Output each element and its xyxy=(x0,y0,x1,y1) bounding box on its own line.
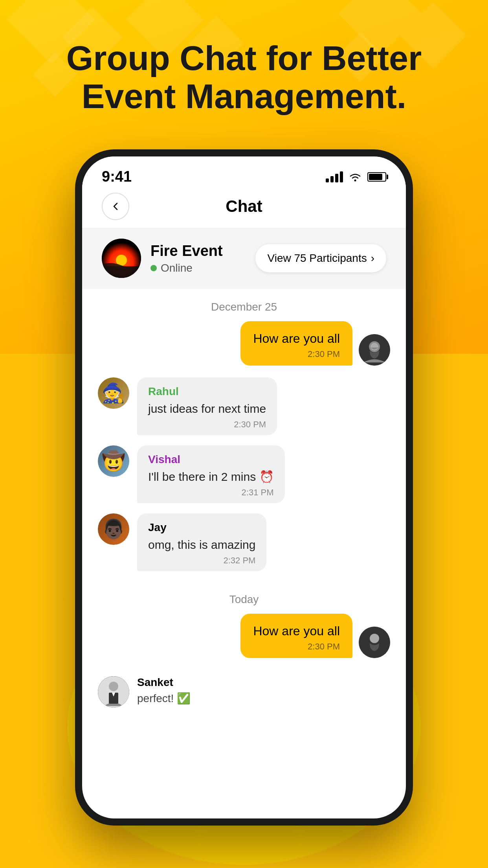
sender-name: Sanket xyxy=(137,676,191,689)
sender-name: Rahul xyxy=(148,385,266,398)
event-header: Fire Event Online View 75 Participants › xyxy=(82,228,406,289)
event-avatar xyxy=(102,239,141,278)
participants-btn-label: View 75 Participants xyxy=(267,252,367,265)
message-time: 2:30 PM xyxy=(253,349,340,359)
phone-screen: 9:41 xyxy=(82,156,406,818)
outgoing-bubble: How are you all 2:30 PM xyxy=(240,614,352,658)
outgoing-bubble: How are you all 2:30 PM xyxy=(240,321,352,366)
today-messages-area: How are you all 2:30 PM xyxy=(82,614,406,670)
partial-message-text: perfect! ✅ xyxy=(137,692,191,705)
message-time: 2:30 PM xyxy=(148,419,266,430)
jay-avatar: 👨🏿 xyxy=(98,513,129,545)
message-text: How are you all xyxy=(253,624,340,638)
messages-area: How are you all 2:30 PM xyxy=(82,321,406,581)
headline-line2: Event Management. xyxy=(82,77,406,116)
date-separator: December 25 xyxy=(82,289,406,321)
svg-point-8 xyxy=(370,634,379,643)
status-time: 9:41 xyxy=(102,168,132,185)
status-icons xyxy=(326,171,386,182)
online-indicator xyxy=(150,265,157,271)
message-time: 2:30 PM xyxy=(253,642,340,652)
phone-frame: 9:41 xyxy=(75,149,413,826)
incoming-bubble: Rahul just ideas for next time 2:30 PM xyxy=(137,377,277,435)
signal-icon xyxy=(326,171,343,182)
message-row: How are you all 2:30 PM xyxy=(98,321,390,366)
message-row: 🧙 Rahul just ideas for next time 2:30 PM xyxy=(98,377,390,435)
message-text: omg, this is amazing xyxy=(148,537,255,552)
message-time: 2:31 PM xyxy=(148,487,274,498)
message-text: I'll be there in 2 mins ⏰ xyxy=(148,469,274,484)
rahul-avatar: 🧙 xyxy=(98,377,129,409)
status-bar: 9:41 xyxy=(82,156,406,189)
battery-icon xyxy=(367,172,386,182)
message-time: 2:32 PM xyxy=(148,555,255,566)
today-separator: Today xyxy=(82,581,406,614)
wifi-icon xyxy=(349,172,362,182)
back-button[interactable] xyxy=(102,193,129,220)
vishal-avatar: 🤠 xyxy=(98,445,129,477)
nav-header: Chat xyxy=(82,189,406,228)
event-status: Online xyxy=(150,262,246,274)
sanket-avatar xyxy=(98,676,129,708)
my-avatar xyxy=(359,627,390,658)
nav-title: Chat xyxy=(226,197,262,216)
svg-point-10 xyxy=(109,682,118,691)
event-name: Fire Event xyxy=(150,243,246,259)
chevron-right-icon: › xyxy=(371,252,374,265)
message-row: 🤠 Vishal I'll be there in 2 mins ⏰ 2:31 … xyxy=(98,445,390,503)
incoming-bubble: Jay omg, this is amazing 2:32 PM xyxy=(137,513,266,571)
sender-name: Jay xyxy=(148,521,255,534)
message-row: 👨🏿 Jay omg, this is amazing 2:32 PM xyxy=(98,513,390,571)
headline: Group Chat for Better Event Management. xyxy=(0,39,488,116)
partial-message: Sanket perfect! ✅ xyxy=(82,676,406,708)
online-text: Online xyxy=(161,262,193,274)
sender-name: Vishal xyxy=(148,453,274,466)
incoming-bubble: Vishal I'll be there in 2 mins ⏰ 2:31 PM xyxy=(137,445,285,503)
view-participants-button[interactable]: View 75 Participants › xyxy=(255,244,386,272)
event-info: Fire Event Online xyxy=(150,243,246,274)
message-text: just ideas for next time xyxy=(148,401,266,416)
message-row: How are you all 2:30 PM xyxy=(98,614,390,658)
headline-line1: Group Chat for Better xyxy=(66,39,422,77)
my-avatar xyxy=(359,334,390,366)
svg-point-0 xyxy=(354,179,356,181)
phone-mockup: 9:41 xyxy=(75,149,413,826)
message-text: How are you all xyxy=(253,331,340,346)
